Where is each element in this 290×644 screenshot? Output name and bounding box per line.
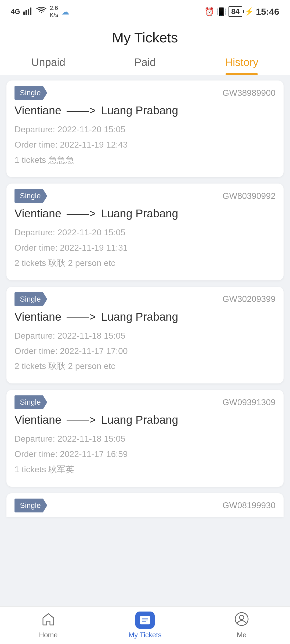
passenger-info: 2 tickets 耿耿 2 person etc [15, 257, 276, 269]
ticket-card-partial[interactable]: Single GW08199930 [6, 493, 284, 517]
ticket-route: Vientiane ——> Luang Prabang [15, 310, 276, 323]
svg-rect-6 [142, 620, 148, 620]
order-time: 2022-11-19 11:31 [60, 243, 128, 253]
departure-time: 2022-11-18 15:05 [57, 331, 125, 341]
ticket-header: Single GW80390992 [6, 184, 284, 207]
tab-paid[interactable]: Paid [97, 48, 193, 75]
ticket-type-label: Single [20, 295, 41, 303]
svg-rect-3 [30, 8, 31, 15]
ticket-count: 2 tickets [15, 258, 46, 268]
ticket-type-label: Single [20, 398, 41, 406]
ticket-type-badge: Single [15, 499, 47, 513]
passenger-name: 耿耿 2 person etc [48, 258, 115, 268]
ticket-order-id: GW30209399 [223, 294, 276, 304]
departure-time: 2022-11-20 15:05 [57, 228, 125, 237]
svg-rect-0 [23, 12, 25, 15]
nav-home[interactable]: Home [0, 607, 97, 644]
ticket-type-label: Single [20, 501, 41, 510]
svg-rect-1 [26, 10, 27, 15]
charging-icon: ⚡ [244, 7, 254, 16]
ticket-order-id: GW80390992 [223, 191, 276, 201]
order-time-info: Order time: 2022-11-19 11:31 [15, 242, 276, 254]
ticket-type-label: Single [20, 192, 41, 200]
wifi-icon [36, 7, 46, 17]
nav-my-tickets[interactable]: My Tickets [97, 607, 193, 644]
tab-bar: Unpaid Paid History [0, 48, 290, 75]
tab-history[interactable]: History [193, 48, 290, 75]
order-time-info: Order time: 2022-11-17 16:59 [15, 448, 276, 460]
ticket-count: 1 tickets [15, 464, 46, 474]
svg-point-9 [240, 615, 244, 620]
ticket-route: Vientiane ——> Luang Prabang [15, 207, 276, 220]
svg-rect-2 [28, 9, 29, 15]
destination: Luang Prabang [101, 207, 178, 220]
ticket-header: Single GW38989900 [6, 80, 284, 104]
departure-info: Departure: 2022-11-18 15:05 [15, 330, 276, 342]
tab-unpaid-label: Unpaid [31, 56, 66, 68]
origin: Vientiane [15, 414, 61, 426]
nav-me-label: Me [237, 631, 247, 639]
ticket-type-badge: Single [15, 189, 47, 203]
ticket-card[interactable]: Single GW09391309 Vientiane ——> Luang Pr… [6, 390, 284, 486]
battery-text: 84 [229, 6, 242, 17]
order-time: 2022-11-19 12:43 [60, 140, 128, 149]
ticket-route: Vientiane ——> Luang Prabang [15, 104, 276, 117]
ticket-route: Vientiane ——> Luang Prabang [15, 414, 276, 426]
passenger-name: 耿耿 2 person etc [48, 361, 115, 371]
network-icon: 4G [11, 8, 20, 16]
ticket-count: 1 tickets [15, 155, 46, 165]
order-time-info: Order time: 2022-11-19 12:43 [15, 139, 276, 151]
origin: Vientiane [15, 207, 61, 220]
route-arrow: ——> [67, 310, 99, 323]
ticket-list: Single GW38989900 Vientiane ——> Luang Pr… [0, 75, 290, 565]
status-bar: 4G 2.6K/s ☁ ⏰ 📳 84 ⚡ 15:46 [0, 0, 290, 21]
departure-time: 2022-11-20 15:05 [57, 125, 125, 134]
ticket-order-id: GW38989900 [223, 88, 276, 98]
nav-tickets-label: My Tickets [129, 631, 162, 639]
route-arrow: ——> [67, 104, 99, 117]
order-time-info: Order time: 2022-11-17 17:00 [15, 345, 276, 357]
ticket-body: Vientiane ——> Luang Prabang Departure: 2… [6, 310, 284, 383]
status-left: 4G 2.6K/s ☁ [11, 5, 69, 19]
ticket-count: 2 tickets [15, 361, 46, 371]
passenger-info: 1 tickets 耿军英 [15, 463, 276, 475]
ticket-body: Vientiane ——> Luang Prabang Departure: 2… [6, 414, 284, 486]
origin: Vientiane [15, 310, 61, 323]
ticket-card[interactable]: Single GW30209399 Vientiane ——> Luang Pr… [6, 287, 284, 383]
departure-info: Departure: 2022-11-20 15:05 [15, 226, 276, 239]
svg-rect-7 [142, 621, 146, 622]
cloud-icon: ☁ [61, 7, 69, 16]
signal-icon [23, 7, 33, 17]
passenger-name: 耿军英 [48, 464, 74, 474]
departure-time: 2022-11-18 15:05 [57, 434, 125, 444]
route-arrow: ——> [67, 207, 99, 220]
ticket-header: Single GW30209399 [6, 287, 284, 310]
destination: Luang Prabang [101, 104, 178, 117]
ticket-order-id: GW09391309 [223, 397, 276, 407]
me-icon [234, 612, 249, 629]
nav-home-label: Home [39, 631, 57, 639]
tickets-icon [135, 612, 155, 629]
status-right: ⏰ 📳 84 ⚡ 15:46 [204, 6, 279, 17]
tab-unpaid[interactable]: Unpaid [0, 48, 97, 75]
ticket-type-badge: Single [15, 292, 47, 306]
ticket-type-badge: Single [15, 395, 47, 409]
time-display: 15:46 [256, 6, 279, 17]
passenger-name: 急急急 [48, 155, 74, 165]
alarm-icon: ⏰ [204, 7, 214, 16]
ticket-card[interactable]: Single GW80390992 Vientiane ——> Luang Pr… [6, 184, 284, 280]
page-header: My Tickets [0, 21, 290, 48]
passenger-info: 1 tickets 急急急 [15, 154, 276, 166]
destination: Luang Prabang [101, 414, 178, 426]
page-title: My Tickets [0, 30, 290, 46]
vibrate-icon: 📳 [216, 7, 226, 16]
origin: Vientiane [15, 104, 61, 117]
bottom-navigation: Home My Tickets Me [0, 606, 290, 644]
ticket-body: Vientiane ——> Luang Prabang Departure: 2… [6, 207, 284, 280]
ticket-card[interactable]: Single GW38989900 Vientiane ——> Luang Pr… [6, 80, 284, 177]
nav-me[interactable]: Me [193, 607, 290, 644]
order-time: 2022-11-17 17:00 [60, 346, 128, 356]
route-arrow: ——> [67, 414, 99, 426]
ticket-order-id: GW08199930 [223, 500, 276, 510]
order-time: 2022-11-17 16:59 [60, 449, 128, 459]
